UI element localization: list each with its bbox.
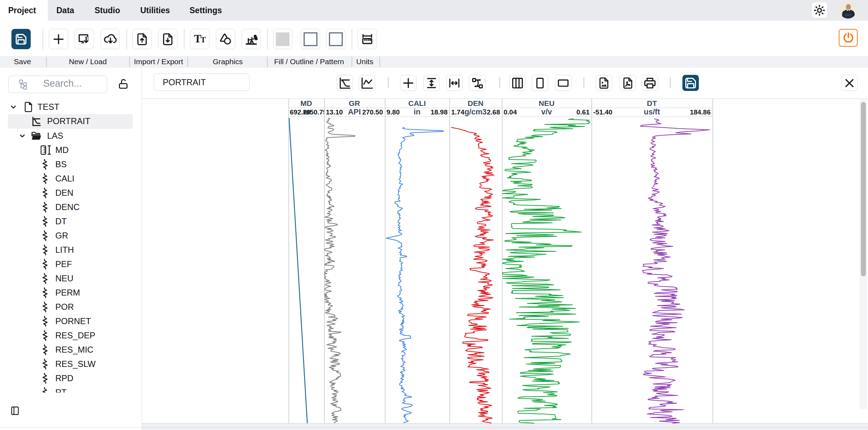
svg-text:T: T	[201, 35, 206, 44]
